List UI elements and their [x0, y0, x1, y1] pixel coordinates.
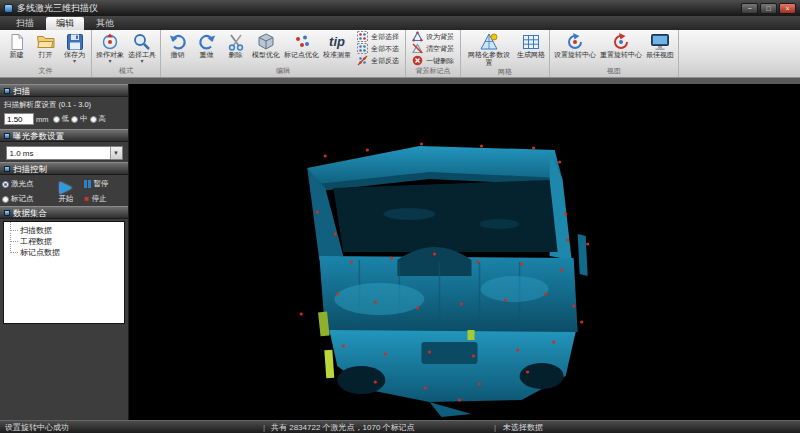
reset-rotate-center-button[interactable]: 重置旋转中心	[598, 31, 644, 66]
set-rotate-center-button[interactable]: 设置旋转中心	[552, 31, 598, 66]
mesh-params-icon	[479, 32, 499, 51]
button-label: 一键删除	[426, 56, 454, 66]
minimize-icon[interactable]: −	[741, 3, 758, 14]
marker-optimize-button[interactable]: 标记点优化	[282, 31, 321, 66]
open-folder-icon	[36, 32, 56, 51]
dropdown-caret-icon: ▾	[140, 59, 143, 64]
button-label: 全部不选	[371, 44, 399, 54]
start-label: 开始	[59, 194, 74, 204]
level-radio-low[interactable]: 低	[53, 114, 70, 124]
one-key-delete-button[interactable]: 一键删除	[410, 55, 456, 66]
monitor-icon	[650, 32, 670, 51]
redo-icon	[197, 32, 217, 51]
tree-item-marker-data[interactable]: 标记点数据	[6, 247, 122, 258]
button-label: 标记点优化	[284, 51, 319, 59]
laser-point-radio[interactable]: 激光点	[2, 179, 48, 189]
ribbon-group-label: 模式	[94, 66, 158, 77]
marker-point-radio[interactable]: 标记点	[2, 194, 48, 204]
ribbon: 新建 打开 保存为 ▾ 文件	[0, 30, 800, 78]
point-count-status: 共有 2834722 个激光点，1070 个标记点	[271, 421, 415, 433]
magnifier-icon	[132, 32, 152, 51]
panel-header-label: 扫描控制	[13, 163, 47, 175]
app-icon	[4, 4, 13, 13]
exposure-select[interactable]: 1.0 ms ▼	[6, 146, 123, 160]
generate-mesh-button[interactable]: 生成网格	[515, 31, 547, 67]
resolution-unit: mm	[36, 115, 49, 124]
viewport-3d[interactable]	[129, 84, 800, 420]
delete-button[interactable]: 删除	[221, 31, 250, 66]
maximize-icon[interactable]: □	[760, 3, 777, 14]
panel-header-label: 曝光参数设置	[13, 130, 64, 142]
ribbon-group-file: 新建 打开 保存为 ▾ 文件	[0, 30, 92, 77]
resolution-input[interactable]	[4, 113, 34, 125]
left-panel: 扫描 扫描解析度设置 (0.1 - 3.0) mm 低 中	[0, 84, 129, 420]
ribbon-tab-row: 扫描 编辑 其他	[0, 16, 800, 30]
radio-label: 低	[62, 114, 70, 124]
radio-icon	[90, 116, 97, 123]
button-label: 生成网格	[517, 51, 545, 59]
ribbon-group-label: 编辑	[163, 66, 403, 77]
button-label: 设置旋转中心	[554, 51, 596, 59]
level-radio-high[interactable]: 高	[90, 114, 107, 124]
select-invert-button[interactable]: 全部反选	[355, 55, 401, 66]
panel-header-icon	[4, 88, 10, 94]
ribbon-group-mode: 操作对象 ▾ 选择工具 ▾ 模式	[92, 30, 161, 77]
operate-object-button[interactable]: 操作对象 ▾	[94, 31, 126, 66]
open-button[interactable]: 打开	[31, 31, 60, 66]
main-area: 扫描 扫描解析度设置 (0.1 - 3.0) mm 低 中	[0, 78, 800, 420]
button-label: 设为背景	[426, 32, 454, 42]
stop-button[interactable]: ■ 停止	[84, 194, 109, 204]
ribbon-group-mesh: 网格化参数设置 生成网格 网格	[461, 30, 550, 77]
button-label: 全部选择	[371, 32, 399, 42]
new-button[interactable]: 新建	[2, 31, 31, 66]
tab-other[interactable]: 其他	[86, 17, 124, 30]
start-button[interactable]: ▶ 开始	[52, 179, 80, 204]
tab-scan[interactable]: 扫描	[6, 17, 44, 30]
tree-item-project-data[interactable]: 工程数据	[6, 236, 122, 247]
save-icon	[66, 32, 84, 51]
statusbar-separator: |	[263, 421, 265, 433]
button-label: 最佳视图	[646, 51, 674, 59]
calibrate-measure-button[interactable]: tip 校准测量	[321, 31, 353, 66]
radio-label: 标记点	[11, 194, 34, 204]
new-file-icon	[8, 32, 26, 51]
best-view-button[interactable]: 最佳视图	[644, 31, 676, 66]
ribbon-group-label: 网格	[463, 67, 547, 78]
panel-header-icon	[4, 133, 10, 139]
tab-edit[interactable]: 编辑	[46, 17, 84, 30]
stop-label: 停止	[92, 194, 107, 204]
model-optimize-button[interactable]: 模型优化	[250, 31, 282, 66]
radio-label: 激光点	[11, 179, 34, 189]
pause-button[interactable]: 暂停	[84, 179, 109, 189]
title-bar: 多线激光三维扫描仪 − □ ×	[0, 0, 800, 16]
button-label: 撤销	[171, 51, 185, 59]
ribbon-group-label: 视图	[552, 66, 676, 77]
button-label: 删除	[229, 51, 243, 59]
panel-header-icon	[4, 166, 10, 172]
radio-label: 中	[80, 114, 88, 124]
button-label: 全部反选	[371, 56, 399, 66]
button-label: 打开	[39, 51, 53, 59]
scanned-model	[129, 84, 800, 420]
object-gizmo-icon	[100, 32, 120, 51]
window-title: 多线激光三维扫描仪	[17, 2, 741, 15]
close-icon[interactable]: ×	[779, 3, 796, 14]
redo-button[interactable]: 重做	[192, 31, 221, 66]
level-radio-mid[interactable]: 中	[71, 114, 88, 124]
mesh-params-button[interactable]: 网格化参数设置	[463, 31, 515, 67]
resolution-label: 扫描解析度设置 (0.1 - 3.0)	[4, 100, 124, 110]
scan-control-section: 激光点 标记点 ▶ 开始 暂停	[0, 175, 128, 206]
ribbon-group-label: 文件	[2, 66, 89, 77]
ribbon-group-background-markers: 设为背景 清空背景 一键删除 背景	[406, 30, 461, 77]
select-tool-button[interactable]: 选择工具 ▾	[126, 31, 158, 66]
dataset-list: 扫描数据 工程数据 标记点数据	[3, 221, 125, 324]
undo-button[interactable]: 撤销	[163, 31, 192, 66]
set-rotate-center-icon	[565, 32, 585, 51]
tree-item-scan-data[interactable]: 扫描数据	[6, 225, 122, 236]
button-label: 模型优化	[252, 51, 280, 59]
cube-icon	[257, 32, 275, 51]
save-as-button[interactable]: 保存为 ▾	[60, 31, 89, 66]
marker-dots-icon	[293, 32, 311, 51]
scissors-icon	[226, 32, 246, 51]
stop-icon: ■	[84, 195, 89, 203]
